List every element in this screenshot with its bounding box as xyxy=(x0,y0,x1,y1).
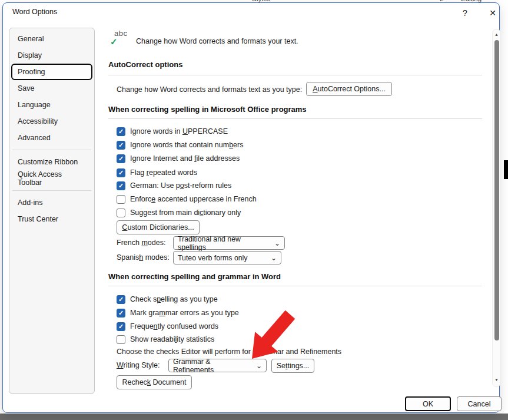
vertical-scrollbar[interactable]: ▲ ▼ xyxy=(492,29,501,387)
chevron-down-icon: ⌄ xyxy=(271,256,277,260)
checkbox-label[interactable]: Ignore words that contain numbers xyxy=(130,141,243,149)
section-heading-spelling-word: When correcting spelling and grammar in … xyxy=(108,272,281,281)
intro-text: Change how Word corrects and formats you… xyxy=(136,37,298,45)
section-heading-autocorrect: AutoCorrect options xyxy=(108,60,182,69)
sidebar-item-general[interactable]: General xyxy=(11,31,92,47)
writing-style-label: Writing Style: xyxy=(117,361,160,369)
autocorrect-options-button[interactable]: AutoCorrect Options... xyxy=(306,82,392,96)
french-modes-select[interactable]: Traditional and new spellings ⌄ xyxy=(173,236,285,250)
checkbox[interactable] xyxy=(117,168,125,177)
scroll-down-icon[interactable]: ▼ xyxy=(493,378,500,382)
checkbox-row-mark-grammar[interactable]: Mark grammar errors as you type xyxy=(117,307,239,318)
french-modes-value: Traditional and new spellings xyxy=(178,235,271,252)
sidebar-item-label: General xyxy=(18,35,44,43)
background-scrollbar-fragment xyxy=(504,160,508,179)
checkbox-label[interactable]: Check spelling as you type xyxy=(130,295,218,303)
scrollbar-thumb[interactable] xyxy=(494,40,499,340)
sidebar-item-label: Save xyxy=(18,84,35,92)
checkbox[interactable] xyxy=(117,295,125,304)
checkbox[interactable] xyxy=(117,181,125,190)
green-check-icon: ✓ xyxy=(110,37,118,47)
checkbox-label[interactable]: Mark grammar errors as you type xyxy=(130,309,239,317)
checkbox-label[interactable]: Enforce accented uppercase in French xyxy=(130,195,257,203)
checkbox-row-german-rules[interactable]: German: Use post-reform rules xyxy=(117,180,231,191)
sidebar-item-label: Trust Center xyxy=(18,215,58,223)
checkbox-label[interactable]: Frequently confused words xyxy=(130,322,218,330)
checkbox-label[interactable]: Ignore words in UPPERCASE xyxy=(130,127,228,135)
spanish-modes-value: Tuteo verb forms only xyxy=(178,254,247,262)
cancel-button[interactable]: Cancel xyxy=(457,396,502,411)
button-label: OK xyxy=(423,400,433,408)
sidebar-item-advanced[interactable]: Advanced xyxy=(11,130,92,146)
writing-style-select[interactable]: Grammar & Refinements ⌄ xyxy=(168,359,267,372)
close-button[interactable]: ✕ xyxy=(485,5,500,21)
sidebar-item-label: Language xyxy=(18,101,51,109)
scroll-up-icon[interactable]: ▲ xyxy=(493,32,500,37)
section-divider xyxy=(108,286,482,286)
editor-checks-caption: Choose the checks Editor will perform fo… xyxy=(117,348,341,356)
sidebar-item-customize-ribbon[interactable]: Customize Ribbon xyxy=(11,154,92,170)
spanish-modes-label: Spanish modes: xyxy=(117,253,170,262)
custom-dictionaries-button[interactable]: Custom Dictionaries... xyxy=(117,220,200,234)
sidebar-divider xyxy=(12,190,91,191)
ok-button[interactable]: OK xyxy=(405,396,451,411)
help-icon: ? xyxy=(463,8,467,18)
checkbox[interactable] xyxy=(117,154,125,163)
checkbox[interactable] xyxy=(117,141,125,150)
checkbox-label[interactable]: German: Use post-reform rules xyxy=(130,181,231,190)
checkbox-row-enforce-accented[interactable]: Enforce accented uppercase in French xyxy=(117,194,257,204)
button-label: AutoCorrect Options... xyxy=(313,85,386,93)
checkbox[interactable] xyxy=(117,195,125,204)
sidebar-item-trust-center[interactable]: Trust Center xyxy=(11,211,92,227)
checkbox-row-suggest-main-dictionary[interactable]: Suggest from main dictionary only xyxy=(117,207,241,218)
sidebar-item-language[interactable]: Language xyxy=(11,97,92,113)
close-icon: ✕ xyxy=(489,8,496,18)
autocorrect-row-label: Change how Word corrects and formats tex… xyxy=(117,85,302,94)
checkbox-label[interactable]: Show readability statistics xyxy=(130,335,214,343)
button-label: Cancel xyxy=(468,400,491,408)
sidebar-item-accessibility[interactable]: Accessibility xyxy=(11,113,92,130)
sidebar: General Display Proofing Save Language A… xyxy=(9,28,95,394)
sidebar-divider xyxy=(12,150,91,150)
checkbox[interactable] xyxy=(117,335,125,344)
checkbox-row-readability-statistics[interactable]: Show readability statistics xyxy=(117,334,214,345)
checkbox[interactable] xyxy=(117,127,125,136)
checkbox-label[interactable]: Flag repeated words xyxy=(130,168,197,177)
screen: Styles 2 Editing Word Options ? ✕ Genera… xyxy=(0,0,508,420)
sidebar-item-save[interactable]: Save xyxy=(11,80,92,97)
dialog-title: Word Options xyxy=(12,8,57,16)
checkbox-row-ignore-uppercase[interactable]: Ignore words in UPPERCASE xyxy=(117,126,228,137)
sidebar-item-label: Proofing xyxy=(18,68,45,76)
writing-style-value: Grammar & Refinements xyxy=(173,358,253,374)
sidebar-item-label: Customize Ribbon xyxy=(18,158,78,166)
help-button[interactable]: ? xyxy=(457,5,473,21)
taskbar-strip xyxy=(0,414,508,420)
checkbox-row-frequently-confused[interactable]: Frequently confused words xyxy=(117,321,218,332)
sidebar-item-add-ins[interactable]: Add-ins xyxy=(11,194,92,211)
abc-check-icon: abc ✓ xyxy=(110,29,131,51)
checkbox-row-flag-repeated[interactable]: Flag repeated words xyxy=(117,167,197,178)
checkbox-label[interactable]: Suggest from main dictionary only xyxy=(130,209,241,217)
settings-button[interactable]: Settings... xyxy=(271,359,314,373)
sidebar-item-label: Quick Access Toolbar xyxy=(18,170,86,187)
section-divider xyxy=(108,118,482,119)
sidebar-item-label: Advanced xyxy=(18,134,51,142)
button-label: Recheck Document xyxy=(122,378,186,386)
french-modes-label: French modes: xyxy=(117,239,165,247)
checkbox[interactable] xyxy=(117,209,125,217)
checkbox-row-check-spelling[interactable]: Check spelling as you type xyxy=(117,294,218,305)
checkbox-row-ignore-numbers[interactable]: Ignore words that contain numbers xyxy=(117,140,243,150)
checkbox[interactable] xyxy=(117,309,125,318)
sidebar-item-proofing[interactable]: Proofing xyxy=(11,64,92,80)
sidebar-item-label: Accessibility xyxy=(18,117,58,125)
checkbox-label[interactable]: Ignore Internet and file addresses xyxy=(130,154,240,163)
checkbox[interactable] xyxy=(117,322,125,331)
sidebar-item-display[interactable]: Display xyxy=(11,47,92,64)
recheck-document-button[interactable]: Recheck Document xyxy=(117,375,192,389)
section-heading-spelling-office: When correcting spelling in Microsoft Of… xyxy=(108,105,307,114)
word-options-dialog: Word Options ? ✕ General Display Proofin… xyxy=(2,2,500,413)
spanish-modes-select[interactable]: Tuteo verb forms only ⌄ xyxy=(173,251,281,264)
sidebar-item-quick-access-toolbar[interactable]: Quick Access Toolbar xyxy=(11,170,92,187)
sidebar-item-label: Add-ins xyxy=(18,199,42,207)
checkbox-row-ignore-internet[interactable]: Ignore Internet and file addresses xyxy=(117,153,240,164)
